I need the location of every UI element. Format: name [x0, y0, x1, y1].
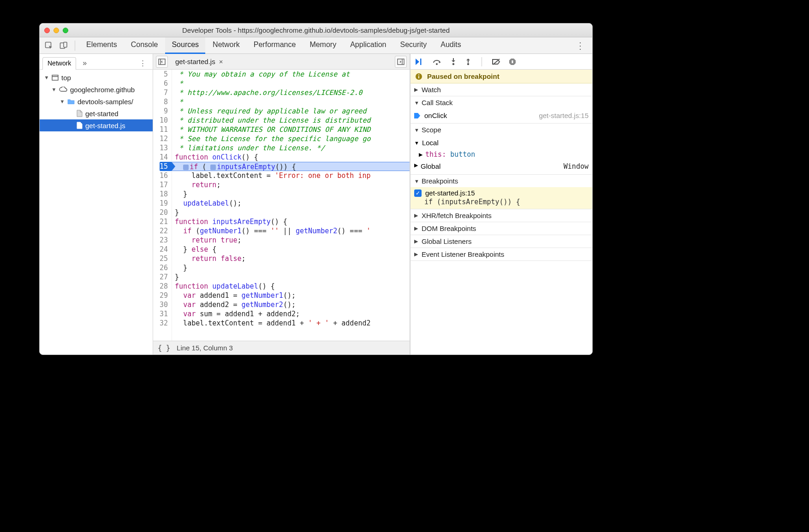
minimize-window-button[interactable]	[54, 28, 59, 33]
call-stack-label: Call Stack	[422, 99, 453, 106]
frame-location: get-started.js:15	[539, 112, 589, 119]
scope-header[interactable]: ▼Scope	[410, 124, 592, 136]
info-icon	[415, 73, 422, 80]
tab-performance[interactable]: Performance	[247, 37, 303, 54]
paused-banner-text: Paused on breakpoint	[427, 72, 500, 80]
editor-status-bar: { } Line 15, Column 3	[153, 341, 410, 355]
tree-domain[interactable]: ▼ googlechrome.github	[40, 83, 153, 95]
breakpoints-label: Breakpoints	[422, 177, 458, 185]
window-title: Developer Tools - https://googlechrome.g…	[40, 26, 592, 34]
editor-pane: get-started.js × 56789101112131415161718…	[153, 54, 410, 355]
step-into-icon[interactable]	[450, 58, 457, 65]
breakpoint-location: get-started.js:15	[425, 189, 475, 197]
tree-top-frame[interactable]: ▼ top	[40, 71, 153, 83]
tab-elements[interactable]: Elements	[80, 37, 124, 54]
event-bp-label: Event Listener Breakpoints	[422, 250, 504, 258]
breakpoint-checkbox[interactable]: ✓	[414, 189, 422, 197]
tab-memory[interactable]: Memory	[303, 37, 343, 54]
breakpoint-item[interactable]: ✓ get-started.js:15	[410, 187, 592, 198]
tab-console[interactable]: Console	[125, 37, 165, 54]
scope-local-label: Local	[422, 139, 439, 147]
step-over-icon[interactable]	[433, 58, 442, 65]
tab-application[interactable]: Application	[344, 37, 393, 54]
breakpoints-header[interactable]: ▼Breakpoints	[410, 175, 592, 187]
code-content[interactable]: * You may obtain a copy of the License a…	[172, 70, 410, 341]
device-toolbar-icon[interactable]	[57, 39, 70, 52]
deactivate-breakpoints-icon[interactable]	[492, 58, 500, 65]
scope-global[interactable]: ▶Global Window	[410, 160, 592, 172]
panel-body: Network » ⋮ ▼ top ▼ googlechrome.github …	[40, 54, 592, 355]
close-tab-icon[interactable]: ×	[219, 58, 223, 65]
editor-toolbar: get-started.js ×	[153, 54, 410, 70]
xhr-breakpoints-section[interactable]: ▶XHR/fetch Breakpoints	[410, 209, 592, 222]
listeners-label: Global Listeners	[422, 237, 471, 245]
file-icon	[77, 110, 83, 117]
svg-point-11	[452, 63, 454, 65]
scope-label: Scope	[422, 126, 441, 134]
separator	[482, 57, 482, 66]
inspect-element-icon[interactable]	[42, 39, 55, 52]
navigator-tab-network[interactable]: Network	[42, 57, 76, 70]
tab-sources[interactable]: Sources	[165, 37, 205, 54]
scope-section: ▼Scope ▼Local ▶ this: button ▶Global Win…	[410, 124, 592, 175]
tree-folder[interactable]: ▼ devtools-samples/	[40, 95, 153, 107]
tree-file-html[interactable]: get-started	[40, 107, 153, 119]
folder-icon	[67, 99, 75, 104]
scope-this[interactable]: ▶ this: button	[410, 148, 592, 160]
call-stack-header[interactable]: ▼Call Stack	[410, 96, 592, 109]
paused-banner: Paused on breakpoint	[410, 70, 592, 83]
close-window-button[interactable]	[44, 28, 50, 33]
tree-folder-label: devtools-samples/	[77, 98, 133, 106]
dom-bp-label: DOM Breakpoints	[422, 225, 476, 232]
scope-global-value: Window	[564, 162, 589, 171]
xhr-bp-label: XHR/fetch Breakpoints	[422, 212, 492, 219]
tab-security[interactable]: Security	[393, 37, 433, 54]
line-number-gutter[interactable]: 5678910111213141516171819202122232425262…	[153, 70, 172, 341]
resume-icon[interactable]	[415, 58, 424, 65]
file-icon	[77, 122, 83, 129]
cursor-position: Line 15, Column 3	[177, 344, 233, 352]
devtools-window: Developer Tools - https://googlechrome.g…	[39, 23, 593, 355]
watch-label: Watch	[422, 86, 441, 94]
event-listener-bp-section[interactable]: ▶Event Listener Breakpoints	[410, 248, 592, 261]
svg-point-19	[418, 74, 419, 75]
titlebar: Developer Tools - https://googlechrome.g…	[40, 24, 592, 37]
tree-file-js[interactable]: get-started.js	[40, 119, 153, 131]
panel-tabs: Elements Console Sources Network Perform…	[80, 37, 468, 54]
toggle-navigator-icon[interactable]	[156, 56, 168, 68]
debugger-pane: Paused on breakpoint ▶Watch ▼Call Stack …	[410, 54, 592, 355]
navigator-tabs: Network » ⋮	[40, 54, 153, 70]
breakpoints-section: ▼Breakpoints ✓ get-started.js:15 if (inp…	[410, 175, 592, 209]
svg-point-10	[436, 63, 438, 65]
step-out-icon[interactable]	[465, 58, 471, 65]
pause-on-exceptions-icon[interactable]	[509, 58, 516, 65]
tree-file-js-label: get-started.js	[85, 122, 125, 130]
file-tree: ▼ top ▼ googlechrome.github ▼ devtools-s…	[40, 70, 153, 355]
traffic-lights	[44, 28, 68, 33]
navigator-more-tabs-icon[interactable]: »	[80, 57, 89, 69]
toggle-debugger-icon[interactable]	[395, 56, 407, 68]
global-listeners-section[interactable]: ▶Global Listeners	[410, 235, 592, 248]
tab-audits[interactable]: Audits	[434, 37, 467, 54]
svg-rect-2	[64, 42, 67, 47]
dom-breakpoints-section[interactable]: ▶DOM Breakpoints	[410, 222, 592, 235]
watch-section[interactable]: ▶Watch	[410, 83, 592, 96]
tree-domain-label: googlechrome.github	[70, 86, 135, 94]
svg-point-13	[467, 63, 469, 65]
scope-this-value: button	[450, 150, 475, 159]
zoom-window-button[interactable]	[63, 28, 68, 33]
code-editor[interactable]: 5678910111213141516171819202122232425262…	[153, 70, 410, 341]
scope-this-key: this	[425, 150, 442, 159]
divider	[75, 41, 75, 51]
pretty-print-icon[interactable]: { }	[158, 344, 170, 352]
debugger-toolbar	[410, 54, 592, 70]
more-options-icon[interactable]: ⋮	[571, 40, 589, 51]
call-stack-frame[interactable]: onClick get-started.js:15	[410, 110, 592, 121]
navigator-options-icon[interactable]: ⋮	[136, 57, 150, 69]
tab-network[interactable]: Network	[206, 37, 246, 54]
editor-tab[interactable]: get-started.js ×	[172, 56, 226, 67]
svg-rect-3	[52, 75, 58, 80]
scope-local[interactable]: ▼Local	[410, 137, 592, 148]
call-stack-section: ▼Call Stack onClick get-started.js:15	[410, 96, 592, 124]
main-tabbar: Elements Console Sources Network Perform…	[40, 37, 592, 54]
